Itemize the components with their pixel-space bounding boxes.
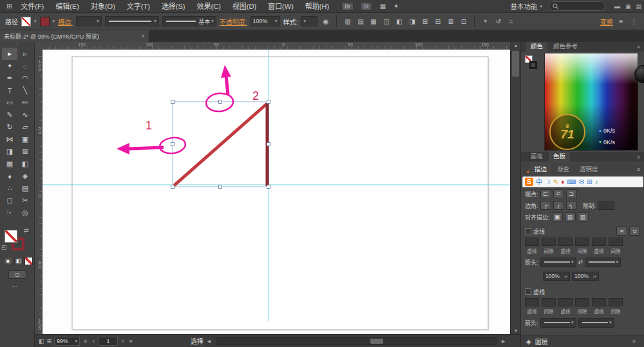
search-input[interactable]: [549, 1, 605, 11]
swap-fill-stroke-icon[interactable]: ⇄: [24, 227, 29, 234]
share-icon[interactable]: ✦: [393, 3, 399, 10]
panel-menu-icon[interactable]: ≡: [637, 154, 640, 160]
tool-scale[interactable]: ▱: [17, 121, 33, 133]
dash-align-button[interactable]: ≎: [629, 227, 640, 236]
align-icon-10[interactable]: ⊡: [459, 18, 468, 25]
document-tab[interactable]: 未标题-2* @ 99% (CMYK/GPU 预览) ×: [0, 30, 149, 42]
screen-mode-button[interactable]: ◻: [8, 270, 26, 279]
tool-column-graph[interactable]: ▤: [17, 182, 33, 194]
window-icon-2[interactable]: ▣: [625, 3, 631, 10]
window-icon-1[interactable]: ▬: [614, 3, 620, 10]
status-icon-1[interactable]: ◧: [39, 338, 44, 344]
fill-color-swatch[interactable]: [21, 17, 31, 26]
tool-eyedropper[interactable]: ♦: [2, 170, 17, 182]
tool-rectangle[interactable]: ▭: [2, 97, 17, 109]
cap-projecting-button[interactable]: ⊐: [566, 189, 577, 198]
tool-symbol-sprayer[interactable]: ∴: [2, 182, 17, 194]
tool-blend[interactable]: ◈: [17, 170, 33, 182]
width-profile-combo[interactable]: ▾: [105, 16, 159, 26]
tool-rotate[interactable]: ↻: [2, 121, 17, 133]
align-center-button[interactable]: ▣: [552, 212, 563, 221]
target-icon[interactable]: ⌖: [480, 17, 490, 25]
zoom-level-select[interactable]: 99% ▾: [54, 337, 80, 346]
tool-curvature[interactable]: ◠: [17, 72, 33, 84]
align-icon-5[interactable]: ◧: [394, 18, 404, 25]
selection-handle-mid-right[interactable]: [267, 143, 270, 146]
collapse-panel-icon[interactable]: ◂: [526, 169, 529, 174]
scroll-right-button[interactable]: ▸: [500, 337, 506, 344]
menu-item-view[interactable]: 视图(D): [227, 0, 262, 13]
align-icon-9[interactable]: ⊠: [446, 18, 455, 25]
edit-toolbar-button[interactable]: ⋯: [12, 283, 18, 290]
canvas[interactable]: 1 2 150 100 50 0 50 100 150 100 50 0 50: [35, 42, 510, 347]
stroke-proxy-swatch[interactable]: [529, 61, 537, 69]
chevron-down-icon[interactable]: ▾: [53, 19, 55, 24]
tool-direct-selection[interactable]: ▹: [17, 48, 33, 60]
arrow-start-select[interactable]: ▾: [540, 258, 576, 267]
stepper-icon[interactable]: ▴▾: [593, 275, 596, 277]
selection-handle-bottom-left[interactable]: [171, 185, 175, 189]
corner-miter-button[interactable]: ┌: [540, 201, 551, 210]
menu-item-object[interactable]: 对象(O): [85, 0, 121, 13]
tool-free-transform[interactable]: ▣: [17, 133, 33, 145]
ime-logo-icon[interactable]: S: [525, 178, 533, 186]
tool-zoom[interactable]: ◎: [17, 207, 33, 219]
tool-selection[interactable]: ▸: [2, 48, 17, 60]
tool-mesh[interactable]: ▦: [2, 158, 17, 170]
none-button[interactable]: ⊘: [24, 257, 33, 265]
tool-lasso[interactable]: ◌: [17, 60, 33, 72]
tab-color[interactable]: 颜色: [526, 41, 547, 52]
brush-definition-combo[interactable]: 基本 ▾: [162, 16, 216, 26]
artboard-number-input[interactable]: 1: [99, 337, 118, 346]
workspace-switcher[interactable]: 基本功能 ▾: [510, 1, 542, 11]
selection-handle-bottom-right[interactable]: [267, 185, 270, 189]
tool-pencil[interactable]: ✎: [2, 109, 17, 121]
tab-color-guide[interactable]: 颜色参考: [549, 41, 582, 52]
arrow-start-select-2[interactable]: ▾: [540, 318, 576, 328]
miter-limit-input[interactable]: [598, 202, 614, 210]
recolor-artwork-icon[interactable]: ◉: [321, 18, 330, 25]
gap-input[interactable]: [542, 298, 556, 306]
gap-input[interactable]: [575, 298, 589, 306]
stroke-color-swatch[interactable]: [40, 17, 50, 26]
next-artboard-button[interactable]: ›: [120, 337, 125, 344]
last-artboard-button[interactable]: »: [128, 337, 134, 344]
tool-hand[interactable]: ☞: [2, 207, 17, 219]
gap-input-2[interactable]: [575, 238, 589, 246]
tab-gradient[interactable]: 渐变: [553, 164, 574, 174]
fill-swatch[interactable]: [5, 230, 17, 243]
ime-sound-icon[interactable]: ♪: [595, 177, 598, 187]
dash-input-2[interactable]: [558, 238, 573, 246]
transform-link[interactable]: 变换: [600, 17, 613, 26]
gap-input[interactable]: [609, 298, 623, 306]
align-icon-4[interactable]: ◫: [381, 18, 391, 25]
tool-artboard[interactable]: ◻: [2, 194, 17, 207]
stroke-panel-link[interactable]: 描边:: [58, 17, 73, 26]
vertical-scrollbar-thumb[interactable]: [512, 51, 519, 77]
arrange-documents-icon[interactable]: ▦: [380, 3, 386, 10]
menu-item-file[interactable]: 文件(F): [15, 0, 50, 13]
gap-input-3[interactable]: [609, 238, 623, 246]
toolbar-grip[interactable]: ∷: [0, 42, 34, 47]
ime-keyboard-icon[interactable]: ⌨: [567, 177, 576, 187]
app-menu-icon[interactable]: ⊞: [4, 2, 15, 10]
ruler-origin-corner[interactable]: [35, 42, 43, 50]
more-options-icon[interactable]: ⋮: [629, 18, 639, 25]
panel-menu-icon[interactable]: ≡: [637, 166, 640, 173]
style-combo[interactable]: ▾: [301, 16, 317, 26]
arrow-end-select-2[interactable]: ▾: [578, 318, 614, 328]
layers-panel-bar[interactable]: ◈ 图层 ≡: [521, 335, 644, 347]
tool-line[interactable]: ╲: [17, 84, 33, 97]
align-icon-8[interactable]: ⊟: [433, 18, 442, 25]
tool-magic-wand[interactable]: ✦: [2, 60, 17, 72]
dash-preserve-button[interactable]: ≍: [616, 227, 627, 236]
selection-handle-top-mid[interactable]: [219, 100, 222, 104]
arrow-end-select[interactable]: ▾: [585, 258, 621, 267]
opacity-combo[interactable]: 100% ▾: [251, 16, 280, 26]
ime-favorite-icon[interactable]: ♦: [561, 177, 564, 187]
stock-button[interactable]: St: [360, 2, 372, 11]
panel-menu-icon[interactable]: ≡: [637, 44, 640, 50]
align-icon-3[interactable]: ▦: [368, 18, 378, 25]
gap-input-1[interactable]: [542, 238, 556, 246]
arrow-scale-end-input[interactable]: 100% ▴▾: [572, 272, 599, 281]
